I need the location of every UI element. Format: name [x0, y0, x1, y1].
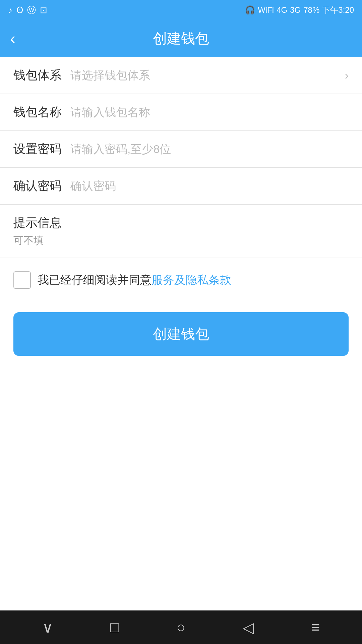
agreement-row: 我已经仔细阅读并同意服务及隐私条款: [0, 258, 362, 302]
nav-home-icon[interactable]: ○: [176, 619, 185, 636]
chevron-right-icon: ›: [345, 69, 349, 82]
wallet-name-label: 钱包名称: [13, 104, 70, 120]
password-label: 设置密码: [13, 141, 70, 157]
music-icon: ♪: [8, 5, 12, 15]
back-button[interactable]: ‹: [10, 31, 15, 47]
nav-back-icon[interactable]: ◁: [243, 619, 254, 636]
wifi-icon: WiFi: [258, 5, 274, 15]
page-title: 创建钱包: [153, 29, 209, 48]
password-row: 设置密码: [0, 131, 362, 168]
nav-menu-icon[interactable]: ≡: [311, 619, 320, 636]
hint-row: 提示信息 可不填: [0, 205, 362, 258]
agreement-link[interactable]: 服务及隐私条款: [152, 273, 231, 286]
bottom-nav: ∨ □ ○ ◁ ≡: [0, 610, 362, 644]
hint-label: 提示信息: [13, 215, 349, 231]
wallet-name-row: 钱包名称: [0, 94, 362, 131]
status-bar-left: ♪ ʘ ⓦ ⊡: [8, 4, 47, 16]
create-btn-wrapper: 创建钱包: [0, 302, 362, 366]
signal-4g-icon: 4G: [277, 5, 287, 15]
password-input[interactable]: [70, 136, 349, 162]
status-bar-right: 🎧 WiFi 4G 3G 78% 下午3:20: [245, 5, 354, 15]
status-bar: ♪ ʘ ⓦ ⊡ 🎧 WiFi 4G 3G 78% 下午3:20: [0, 0, 362, 20]
wallet-system-label: 钱包体系: [13, 67, 70, 84]
wallet-name-input[interactable]: [70, 99, 349, 125]
signal-3g-icon: 3G: [290, 5, 301, 15]
form-content: 钱包体系 请选择钱包体系 › 钱包名称 设置密码 确认密码 提示信息 可不填 我…: [0, 57, 362, 610]
record-icon: ⊡: [40, 5, 47, 15]
agreement-checkbox[interactable]: [13, 271, 31, 289]
time-display: 下午3:20: [322, 5, 354, 15]
header: ‹ 创建钱包: [0, 20, 362, 57]
agreement-text: 我已经仔细阅读并同意服务及隐私条款: [38, 272, 231, 288]
wallet-system-value: 请选择钱包体系: [70, 61, 345, 90]
confirm-password-row: 确认密码: [0, 168, 362, 205]
headphone-icon: 🎧: [245, 5, 255, 15]
wechat-icon: ⓦ: [27, 4, 36, 16]
qq-icon: ʘ: [16, 5, 23, 15]
confirm-password-input[interactable]: [70, 173, 349, 199]
wallet-system-row[interactable]: 钱包体系 请选择钱包体系 ›: [0, 57, 362, 94]
nav-square-icon[interactable]: □: [110, 619, 119, 636]
confirm-password-label: 确认密码: [13, 178, 70, 194]
create-wallet-button[interactable]: 创建钱包: [13, 312, 349, 356]
hint-sub: 可不填: [13, 234, 349, 248]
nav-down-icon[interactable]: ∨: [42, 619, 53, 636]
battery-level: 78%: [303, 5, 319, 15]
